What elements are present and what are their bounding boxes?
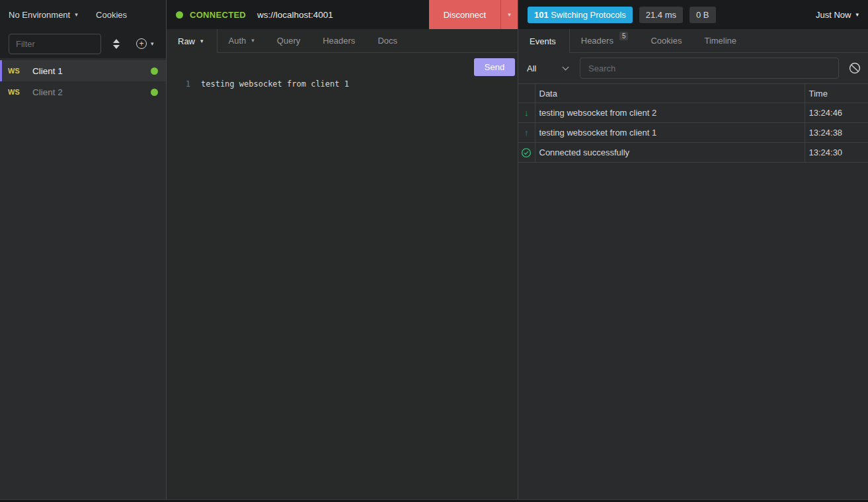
request-item-client-1[interactable]: WS Client 1 bbox=[0, 60, 166, 81]
event-time: 13:24:30 bbox=[805, 143, 868, 163]
cookies-button[interactable]: Cookies bbox=[96, 10, 127, 20]
connection-status: CONNECTED bbox=[190, 10, 246, 20]
message-editor[interactable]: Send 1 testing websocket from client 1 bbox=[167, 53, 518, 499]
response-panel: 101 Switching Protocols 21.4 ms 0 B Just… bbox=[518, 0, 868, 499]
event-data: testing websocket from client 1 bbox=[535, 123, 805, 143]
tab-raw[interactable]: Raw ▾ bbox=[167, 29, 217, 53]
request-list: WS Client 1 WS Client 2 bbox=[0, 58, 166, 103]
event-time: 13:24:38 bbox=[805, 123, 868, 143]
websocket-url[interactable]: ws://localhost:4001 bbox=[257, 10, 333, 20]
ban-icon bbox=[849, 62, 861, 74]
event-row[interactable]: Connected successfully 13:24:30 bbox=[518, 143, 868, 163]
sidebar: No Environment ▾ Cookies + ▾ WS bbox=[0, 0, 167, 499]
request-item-client-2[interactable]: WS Client 2 bbox=[0, 81, 166, 103]
size-badge: 0 B bbox=[690, 7, 716, 23]
send-button[interactable]: Send bbox=[474, 58, 515, 76]
icon-column-header bbox=[518, 84, 535, 103]
event-data: Connected successfully bbox=[535, 143, 805, 163]
chevron-down-icon bbox=[563, 64, 569, 71]
disconnect-button[interactable]: Disconnect bbox=[429, 0, 500, 29]
event-type-selected: All bbox=[527, 63, 536, 73]
event-time: 13:24:46 bbox=[805, 103, 868, 123]
tab-headers[interactable]: Headers bbox=[311, 29, 366, 52]
request-header: CONNECTED ws://localhost:4001 Disconnect… bbox=[167, 0, 518, 29]
connected-dot-icon bbox=[176, 11, 183, 19]
time-column-header: Time bbox=[805, 84, 868, 103]
tab-events-label: Events bbox=[530, 36, 556, 46]
tab-events[interactable]: Events bbox=[518, 29, 570, 53]
chevron-down-icon: ▾ bbox=[151, 41, 154, 47]
message-received-icon: ↓ bbox=[524, 108, 529, 118]
message-body[interactable]: testing websocket from client 1 bbox=[201, 79, 349, 89]
environment-row: No Environment ▾ Cookies bbox=[0, 0, 166, 29]
freshness-label: Just Now bbox=[816, 10, 851, 20]
editor-line: 1 testing websocket from client 1 bbox=[167, 79, 518, 89]
filter-input[interactable] bbox=[9, 34, 101, 54]
sort-up-triangle-icon bbox=[113, 39, 120, 43]
check-circle-icon bbox=[521, 147, 532, 158]
response-header: 101 Switching Protocols 21.4 ms 0 B Just… bbox=[518, 0, 868, 29]
chevron-down-icon: ▾ bbox=[251, 38, 255, 44]
headers-count-badge: 5 bbox=[619, 32, 629, 40]
event-row[interactable]: ↓ testing websocket from client 2 13:24:… bbox=[518, 103, 868, 123]
data-column-header: Data bbox=[535, 84, 805, 103]
event-row[interactable]: ↑ testing websocket from client 1 13:24:… bbox=[518, 123, 868, 143]
sidebar-header: No Environment ▾ Cookies + ▾ bbox=[0, 0, 166, 58]
tab-response-headers-label: Headers bbox=[581, 36, 613, 46]
clear-events-button[interactable] bbox=[849, 62, 861, 74]
tab-cookies[interactable]: Cookies bbox=[639, 29, 693, 52]
request-name: Client 1 bbox=[32, 66, 63, 76]
tab-query[interactable]: Query bbox=[266, 29, 311, 52]
tab-docs-label: Docs bbox=[377, 36, 397, 46]
event-data: testing websocket from client 2 bbox=[535, 103, 805, 123]
tab-timeline-label: Timeline bbox=[704, 36, 736, 46]
app-window: No Environment ▾ Cookies + ▾ WS bbox=[0, 0, 868, 500]
message-sent-icon: ↑ bbox=[524, 128, 529, 138]
connected-dot-icon bbox=[151, 67, 158, 75]
status-code: 101 bbox=[534, 10, 549, 20]
status-badge: 101 Switching Protocols bbox=[528, 7, 633, 23]
events-filter-bar: All bbox=[518, 53, 868, 83]
tab-timeline[interactable]: Timeline bbox=[693, 29, 748, 52]
tab-response-headers[interactable]: Headers5 bbox=[570, 29, 640, 52]
disconnect-button-group: Disconnect ▾ bbox=[429, 0, 518, 29]
chevron-down-icon: ▾ bbox=[200, 38, 204, 44]
event-type-filter[interactable]: All bbox=[527, 63, 573, 73]
filter-row: + ▾ bbox=[0, 29, 166, 58]
disconnect-menu-button[interactable]: ▾ bbox=[500, 0, 518, 29]
ws-protocol-label: WS bbox=[8, 88, 22, 96]
status-text: Switching Protocols bbox=[551, 10, 625, 20]
tab-auth-label: Auth bbox=[229, 36, 247, 46]
sort-icon[interactable] bbox=[113, 39, 120, 49]
chevron-down-icon: ▾ bbox=[75, 12, 78, 18]
plus-circle-icon: + bbox=[136, 38, 147, 49]
tab-cookies-label: Cookies bbox=[651, 36, 682, 46]
environment-selector[interactable]: No Environment ▾ bbox=[9, 10, 78, 20]
line-number: 1 bbox=[167, 79, 190, 89]
tab-query-label: Query bbox=[277, 36, 300, 46]
connected-dot-icon bbox=[151, 89, 158, 96]
events-table-header-row: Data Time bbox=[518, 84, 868, 103]
environment-label: No Environment bbox=[9, 10, 70, 20]
tab-raw-label: Raw bbox=[178, 36, 195, 46]
time-badge: 21.4 ms bbox=[639, 7, 683, 23]
ws-protocol-label: WS bbox=[8, 67, 22, 75]
events-table: Data Time ↓ testing websocket from clien… bbox=[518, 83, 868, 163]
history-dropdown[interactable]: Just Now ▾ bbox=[816, 10, 859, 20]
search-input[interactable] bbox=[580, 58, 839, 79]
request-panel: CONNECTED ws://localhost:4001 Disconnect… bbox=[167, 0, 518, 499]
chevron-down-icon: ▾ bbox=[855, 12, 859, 18]
tab-docs[interactable]: Docs bbox=[366, 29, 409, 52]
response-tabs: Events Headers5 Cookies Timeline bbox=[518, 29, 868, 53]
tab-auth[interactable]: Auth ▾ bbox=[217, 29, 266, 52]
sort-down-triangle-icon bbox=[113, 45, 120, 49]
request-tabs: Raw ▾ Auth ▾ Query Headers Docs bbox=[167, 29, 518, 53]
request-name: Client 2 bbox=[32, 87, 63, 97]
add-request-button[interactable]: + ▾ bbox=[136, 38, 154, 49]
chevron-down-icon: ▾ bbox=[508, 12, 511, 18]
tab-headers-label: Headers bbox=[323, 36, 355, 46]
